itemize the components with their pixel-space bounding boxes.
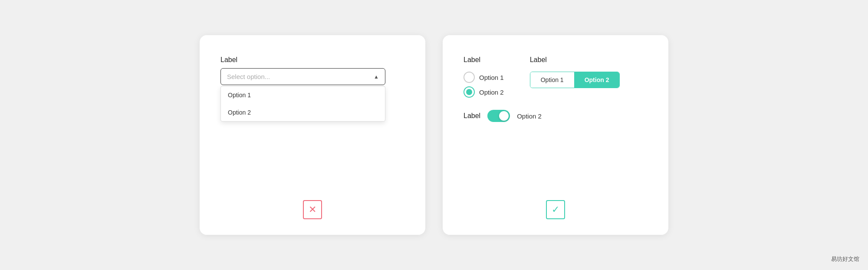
error-icon-container: ✕: [303, 200, 322, 219]
success-icon-box: ✓: [546, 200, 565, 219]
watermark: 易坊好文馆: [831, 255, 859, 263]
switch-label: Label: [464, 112, 480, 120]
toggle-option-2[interactable]: Option 2: [574, 72, 620, 88]
error-icon-box: ✕: [303, 200, 322, 219]
radio-option-1[interactable]: Option 1: [464, 72, 504, 83]
switch-value: Option 2: [517, 112, 542, 120]
toggle-group-container: Label Option 1 Option 2: [530, 56, 620, 88]
radio-group: Label Option 1 Option 2: [464, 56, 504, 98]
dropdown-trigger[interactable]: Select option... ▲: [220, 68, 385, 85]
radio-inner-2: [466, 89, 472, 95]
dropdown-arrow-icon: ▲: [374, 74, 379, 80]
dropdown-option-2[interactable]: Option 2: [221, 104, 385, 121]
right-content: Label Option 1 Option 2 Label Option 1: [464, 56, 648, 122]
top-row: Label Option 1 Option 2 Label Option 1: [464, 56, 648, 98]
radio-label-1: Option 1: [479, 74, 504, 81]
toggle-option-1[interactable]: Option 1: [530, 72, 574, 88]
error-icon: ✕: [309, 204, 316, 215]
switch-toggle[interactable]: [487, 110, 510, 122]
radio-label: Label: [464, 56, 504, 64]
radio-label-2: Option 2: [479, 89, 504, 96]
dropdown-menu: Option 1 Option 2: [220, 86, 385, 122]
dropdown-option-1[interactable]: Option 1: [221, 86, 385, 104]
success-icon-container: ✓: [546, 200, 565, 219]
dropdown-placeholder: Select option...: [227, 73, 270, 80]
right-card: Label Option 1 Option 2 Label Option 1: [443, 35, 668, 235]
radio-outer-1: [464, 72, 475, 83]
left-label: Label: [220, 56, 404, 64]
switch-row: Label Option 2: [464, 110, 648, 122]
dropdown-wrapper: Select option... ▲ Option 1 Option 2: [220, 68, 385, 85]
left-card: Label Select option... ▲ Option 1 Option…: [200, 35, 425, 235]
success-icon: ✓: [552, 204, 559, 215]
switch-thumb: [499, 111, 509, 121]
toggle-group: Option 1 Option 2: [530, 72, 620, 88]
toggle-label: Label: [530, 56, 620, 64]
radio-option-2[interactable]: Option 2: [464, 86, 504, 98]
radio-outer-2: [464, 86, 475, 98]
